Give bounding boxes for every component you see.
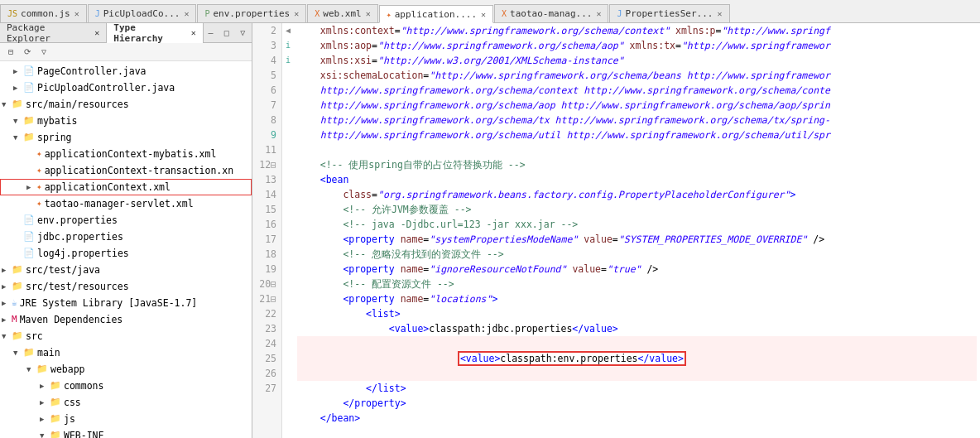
tab-taotao[interactable]: X taotao-manag... ✕ <box>494 4 608 22</box>
panel-tab-type-hierarchy[interactable]: Type Hierarchy ✕ <box>107 23 203 43</box>
tab-env-props[interactable]: P env.properties ✕ <box>197 4 306 22</box>
tree-item-appctx-mybatis[interactable]: ✦ applicationContext-mybatis.xml <box>0 146 252 162</box>
props-icon: 📄 <box>23 246 35 261</box>
maven-icon: M <box>12 312 17 327</box>
line-num: 4 <box>257 53 276 68</box>
tree-item-css[interactable]: ▶ 📁 css <box>0 394 252 411</box>
tree-item-jdbc-props[interactable]: 📄 jdbc.properties <box>0 229 252 245</box>
line-num: 7 <box>257 98 276 113</box>
tree-item-src-main-resources[interactable]: ▼ 📁 src/main/resources <box>0 96 252 113</box>
line-num: 27 <box>257 381 276 396</box>
tree-item-js[interactable]: ▶ 📁 js <box>0 411 252 427</box>
tree-item-appctx-xml[interactable]: ▶ ✦ applicationContext.xml <box>0 179 252 195</box>
marker-column: ◀ i i <box>282 23 294 438</box>
tree-item-mybatis[interactable]: ▼ 📁 mybatis <box>0 113 252 129</box>
tree-item-pagecontroller[interactable]: ▶ 📄 PageController.java <box>0 63 252 79</box>
props-icon: P <box>204 9 209 18</box>
tab-close-icon[interactable]: ✕ <box>74 9 79 18</box>
tab-propertieser[interactable]: J PropertiesSer... ✕ <box>609 4 729 22</box>
tree-item-label: mybatis <box>37 113 77 128</box>
java-file-icon: 📄 <box>23 64 35 79</box>
tree-item-label: Maven Dependencies <box>20 312 123 327</box>
file-tree[interactable]: ▶ 📄 PageController.java ▶ 📄 PicUploadCon… <box>0 61 252 438</box>
tab-close-icon[interactable]: ✕ <box>294 9 299 18</box>
tab-close-icon[interactable]: ✕ <box>596 9 601 18</box>
tree-item-jre[interactable]: ▶ ☕ JRE System Library [JavaSE-1.7] <box>0 295 252 311</box>
line-num: 6 <box>257 83 276 98</box>
tab-label: PicUploadCo... <box>103 8 180 19</box>
tree-item-src-test-java[interactable]: ▶ 📁 src/test/java <box>0 262 252 278</box>
tree-arrow: ▼ <box>40 428 50 438</box>
tab-close-icon[interactable]: ✕ <box>366 9 371 18</box>
tab-close-icon[interactable]: ✕ <box>481 10 486 19</box>
menu-button[interactable]: ▽ <box>36 45 51 60</box>
xml-file-icon: ✦ <box>36 147 42 161</box>
tree-item-appctx-transaction[interactable]: ✦ applicationContext-transaction.xn <box>0 162 252 179</box>
tab-close-icon[interactable]: ✕ <box>184 9 189 18</box>
tab-application[interactable]: ✦ application.... ✕ <box>379 5 493 23</box>
tree-item-src-test-resources[interactable]: ▶ 📁 src/test/resources <box>0 278 252 295</box>
tree-item-src[interactable]: ▼ 📁 src <box>0 328 252 344</box>
line-num: 8 <box>257 113 276 128</box>
folder-icon: 📁 <box>36 362 48 377</box>
tree-item-label: src/test/java <box>26 262 100 277</box>
tree-item-webinf[interactable]: ▼ 📁 WEB-INF <box>0 427 252 438</box>
panel-tab-close-icon[interactable]: ✕ <box>94 28 99 37</box>
tree-item-label: js <box>64 412 75 426</box>
folder-icon: 📁 <box>12 262 23 277</box>
props-icon: 📄 <box>23 213 35 228</box>
editor-content[interactable]: 2 3 4 5 6 7 8 9 11 12⊟ 13 14 15 16 17 18… <box>252 23 980 438</box>
tree-item-webapp[interactable]: ▼ 📁 webapp <box>0 361 252 378</box>
tab-web-xml[interactable]: X web.xml ✕ <box>307 4 377 22</box>
tab-close-icon[interactable]: ✕ <box>717 9 722 18</box>
tree-item-label: env.properties <box>37 213 118 228</box>
line-num: 24 <box>257 336 276 351</box>
line-num: 18 <box>257 247 276 262</box>
tree-item-main[interactable]: ▼ 📁 main <box>0 344 252 361</box>
tree-arrow: ▶ <box>13 64 23 79</box>
tree-item-log4j-props[interactable]: 📄 log4j.properties <box>0 245 252 262</box>
xml-file-icon: ✦ <box>36 180 42 195</box>
tab-common-js[interactable]: JS common.js ✕ <box>0 4 87 22</box>
tree-item-commons[interactable]: ▶ 📁 commons <box>0 378 252 394</box>
tree-arrow: ▶ <box>2 296 12 310</box>
tree-item-label: taotao-manager-servlet.xml <box>45 196 194 211</box>
panel-tab-close-icon[interactable]: ✕ <box>191 28 196 37</box>
java-file-icon: 📄 <box>23 80 35 95</box>
tree-item-picupload[interactable]: ▶ 📄 PicUploadController.java <box>0 79 252 96</box>
code-line-12: <bean <box>297 172 977 187</box>
tree-item-label: JRE System Library [JavaSE-1.7] <box>20 296 198 310</box>
tree-arrow: ▼ <box>13 345 23 360</box>
tree-arrow: ▼ <box>2 329 12 344</box>
tree-arrow: ▶ <box>40 412 50 426</box>
tree-item-env-props[interactable]: 📄 env.properties <box>0 212 252 229</box>
code-line-3: xmlns:aop="http://www.springframework.or… <box>297 38 977 53</box>
maximize-button[interactable]: □ <box>219 26 233 41</box>
line-num: 12⊟ <box>257 157 276 172</box>
props-icon: 📄 <box>23 229 35 244</box>
line-num: 21⊟ <box>257 291 276 306</box>
tree-item-spring[interactable]: ▼ 📁 spring <box>0 129 252 146</box>
line-num: 25 <box>257 351 276 366</box>
folder-icon: 📁 <box>12 97 23 112</box>
code-line-18: <property name="ignoreResourceNotFound" … <box>297 262 977 277</box>
tree-item-label: PageController.java <box>37 64 147 79</box>
code-area[interactable]: xmlns:context="http://www.springframewor… <box>294 23 980 438</box>
folder-icon: 📁 <box>23 130 35 145</box>
minimize-button[interactable]: — <box>204 26 218 41</box>
code-line-16: <property name="systemPropertiesModeName… <box>297 232 977 247</box>
line-num: 22 <box>257 306 276 321</box>
panel-menu-button[interactable]: ▽ <box>236 26 250 41</box>
tree-item-label: spring <box>37 130 72 145</box>
panel-tab-package-explorer[interactable]: Package Explorer ✕ <box>0 23 107 43</box>
collapse-all-button[interactable]: ⊟ <box>3 45 18 60</box>
folder-icon: 📁 <box>50 428 61 438</box>
tree-arrow: ▶ <box>2 312 12 327</box>
code-line-5: xsi:schemaLocation="http://www.springfra… <box>297 68 977 83</box>
tree-item-label: css <box>64 395 81 410</box>
tree-item-taotao-servlet[interactable]: ✦ taotao-manager-servlet.xml <box>0 195 252 212</box>
sync-button[interactable]: ⟳ <box>20 45 35 60</box>
tree-item-maven[interactable]: ▶ M Maven Dependencies <box>0 311 252 328</box>
tab-picupload[interactable]: J PicUploadCo... ✕ <box>88 4 197 22</box>
folder-icon: 📁 <box>50 378 61 393</box>
